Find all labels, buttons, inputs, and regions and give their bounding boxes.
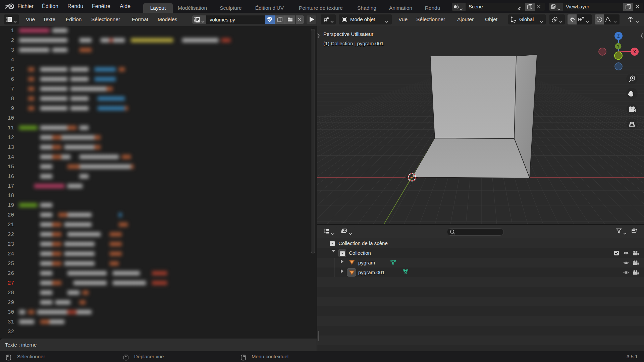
svg-text:X: X: [633, 50, 636, 54]
svg-text:Y: Y: [617, 44, 620, 48]
svg-text:Z: Z: [617, 34, 620, 39]
